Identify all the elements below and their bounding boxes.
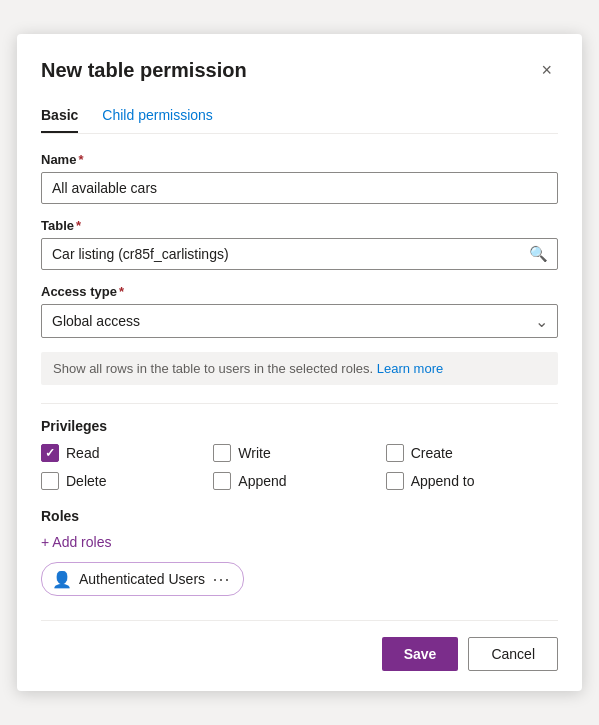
privileges-section: Privileges Read Write Create Delete Appe… xyxy=(41,418,558,490)
roles-section: Roles + Add roles 👤 Authenticated Users … xyxy=(41,508,558,596)
roles-label: Roles xyxy=(41,508,558,524)
access-type-field-group: Access type* Global access ⌄ xyxy=(41,284,558,338)
roles-list: 👤 Authenticated Users ⋯ xyxy=(41,562,558,596)
checkbox-append-to[interactable]: Append to xyxy=(386,472,558,490)
privileges-label: Privileges xyxy=(41,418,558,434)
checkbox-write-box xyxy=(213,444,231,462)
role-chip-label: Authenticated Users xyxy=(79,571,205,587)
checkbox-append-box xyxy=(213,472,231,490)
checkbox-create[interactable]: Create xyxy=(386,444,558,462)
name-field-group: Name* xyxy=(41,152,558,204)
checkbox-write[interactable]: Write xyxy=(213,444,385,462)
checkbox-append-to-box xyxy=(386,472,404,490)
name-input[interactable] xyxy=(41,172,558,204)
checkbox-append[interactable]: Append xyxy=(213,472,385,490)
save-button[interactable]: Save xyxy=(382,637,459,671)
access-type-select-wrapper: Global access ⌄ xyxy=(41,304,558,338)
dialog-header: New table permission × xyxy=(41,58,558,83)
info-box: Show all rows in the table to users in t… xyxy=(41,352,558,385)
access-type-select[interactable]: Global access xyxy=(41,304,558,338)
dialog-title: New table permission xyxy=(41,59,247,82)
role-chip-authenticated-users: 👤 Authenticated Users ⋯ xyxy=(41,562,244,596)
new-table-permission-dialog: New table permission × Basic Child permi… xyxy=(17,34,582,691)
role-chip-menu-button[interactable]: ⋯ xyxy=(212,568,231,590)
table-input-wrapper: 🔍 xyxy=(41,238,558,270)
table-label: Table* xyxy=(41,218,558,233)
checkbox-delete-box xyxy=(41,472,59,490)
checkbox-read-box xyxy=(41,444,59,462)
checkbox-read[interactable]: Read xyxy=(41,444,213,462)
close-button[interactable]: × xyxy=(535,58,558,83)
add-roles-button[interactable]: + Add roles xyxy=(41,532,111,552)
access-type-label: Access type* xyxy=(41,284,558,299)
tab-basic[interactable]: Basic xyxy=(41,99,78,133)
table-input[interactable] xyxy=(41,238,558,270)
checkboxes-grid: Read Write Create Delete Append Append t xyxy=(41,444,558,490)
name-label: Name* xyxy=(41,152,558,167)
tab-child-permissions[interactable]: Child permissions xyxy=(102,99,212,133)
tab-bar: Basic Child permissions xyxy=(41,99,558,134)
person-icon: 👤 xyxy=(52,570,72,589)
divider xyxy=(41,403,558,404)
learn-more-link[interactable]: Learn more xyxy=(377,361,443,376)
cancel-button[interactable]: Cancel xyxy=(468,637,558,671)
checkbox-delete[interactable]: Delete xyxy=(41,472,213,490)
dialog-footer: Save Cancel xyxy=(41,620,558,671)
checkbox-create-box xyxy=(386,444,404,462)
table-field-group: Table* 🔍 xyxy=(41,218,558,270)
